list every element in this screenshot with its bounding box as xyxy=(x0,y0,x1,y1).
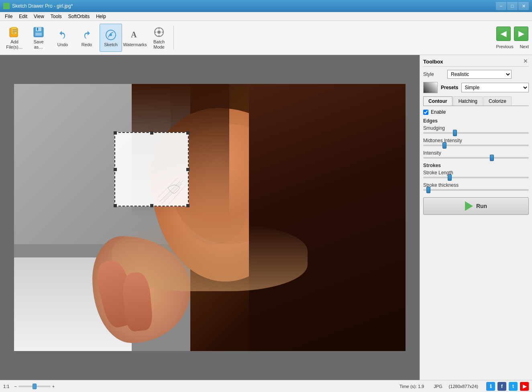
redo-button[interactable]: Redo xyxy=(75,24,98,52)
close-button[interactable]: ✕ xyxy=(518,2,529,10)
presets-select[interactable]: Simple Detailed Artistic Professional xyxy=(461,83,529,92)
redo-icon xyxy=(80,29,93,41)
style-row: Style Realistic Pencil Charcoal Ink xyxy=(423,70,529,79)
enable-label[interactable]: Enable xyxy=(431,109,446,115)
handle-mid-right[interactable] xyxy=(186,168,190,171)
next-label: Next xyxy=(520,44,529,49)
canvas-area[interactable] xyxy=(0,55,420,380)
menu-bar: File Edit View Tools SoftOrbits Help xyxy=(0,12,532,21)
presets-label: Presets xyxy=(441,85,458,90)
add-file-label: AddFile(s)… xyxy=(6,39,23,50)
enable-checkbox[interactable] xyxy=(423,110,428,115)
info-icon[interactable]: ℹ xyxy=(486,382,495,391)
tab-hatching[interactable]: Hatching xyxy=(453,96,483,106)
stroke-thickness-thumb[interactable] xyxy=(426,187,430,193)
enable-row: Enable xyxy=(423,109,529,115)
save-icon xyxy=(32,26,45,39)
smudging-label: Smudging xyxy=(423,125,529,131)
next-button[interactable]: ▶ xyxy=(514,27,528,41)
nav-area: ◀ ▶ Previous Next xyxy=(496,27,529,49)
intensity-track[interactable] xyxy=(423,157,529,159)
save-as-button[interactable]: Saveas… xyxy=(27,24,50,52)
youtube-icon[interactable]: ▶ xyxy=(520,382,529,391)
menu-item-edit[interactable]: Edit xyxy=(16,13,31,20)
minimize-button[interactable]: − xyxy=(496,2,506,10)
menu-item-file[interactable]: File xyxy=(2,13,16,20)
watermarks-icon: A xyxy=(128,29,141,41)
format-label: JPG xyxy=(434,384,442,389)
zoom-plus-icon[interactable]: + xyxy=(52,384,55,389)
menu-item-view[interactable]: View xyxy=(31,13,47,20)
smudging-slider-container: Smudging xyxy=(423,125,529,134)
handle-mid-left[interactable] xyxy=(114,168,117,171)
menu-item-help[interactable]: Help xyxy=(93,13,109,20)
menu-item-tools[interactable]: Tools xyxy=(47,13,65,20)
run-button[interactable]: Run xyxy=(423,197,529,215)
maximize-button[interactable]: □ xyxy=(507,2,518,10)
watermarks-button[interactable]: A Watermarks xyxy=(124,24,146,52)
batch-mode-label: BatchMode xyxy=(153,39,165,50)
watermarks-label: Watermarks xyxy=(123,42,147,47)
social-icons: ℹ f t ▶ xyxy=(486,382,529,391)
window-controls: − □ ✕ xyxy=(496,2,529,10)
menu-item-softorbits[interactable]: SoftOrbits xyxy=(65,13,93,20)
midtones-label: Midtones Intensity xyxy=(423,138,529,143)
smudging-thumb[interactable] xyxy=(453,130,457,136)
toolbar: AddFile(s)… Saveas… Undo Redo Sketch A W… xyxy=(0,21,532,55)
midtones-track[interactable] xyxy=(423,145,529,146)
svg-point-10 xyxy=(110,34,112,36)
twitter-icon[interactable]: t xyxy=(509,382,518,391)
sketch-label: Sketch xyxy=(104,42,118,47)
app-icon xyxy=(3,3,10,9)
stroke-length-thumb[interactable] xyxy=(448,174,452,181)
undo-button[interactable]: Undo xyxy=(51,24,74,52)
stroke-length-track[interactable] xyxy=(423,177,529,178)
stroke-thickness-track[interactable] xyxy=(423,189,529,191)
zoom-minus-icon[interactable]: − xyxy=(14,384,16,389)
style-label: Style xyxy=(423,71,447,77)
handle-bottom-right[interactable] xyxy=(186,204,190,207)
zoom-level: 1:1 xyxy=(3,384,9,389)
stroke-length-label: Stroke Length xyxy=(423,170,529,176)
presets-icon xyxy=(423,82,438,93)
toolbox: Toolbox ✕ Style Realistic Pencil Charcoa… xyxy=(420,55,532,380)
svg-rect-7 xyxy=(35,33,42,36)
handle-top-left[interactable] xyxy=(114,131,117,135)
batch-mode-button[interactable]: BatchMode xyxy=(148,24,170,52)
status-bar: 1:1 − + Time (s): 1.9 JPG (1280x877x24) … xyxy=(0,380,532,392)
facebook-icon[interactable]: f xyxy=(497,382,506,391)
tab-colorize[interactable]: Colorize xyxy=(483,96,512,106)
tab-contour[interactable]: Contour xyxy=(423,96,453,106)
dimensions-label: (1280x877x24) xyxy=(449,384,478,389)
previous-button[interactable]: ◀ xyxy=(496,27,511,41)
handle-top-mid[interactable] xyxy=(150,131,153,135)
redo-label: Redo xyxy=(82,42,92,47)
previous-label: Previous xyxy=(496,44,514,49)
intensity-thumb[interactable] xyxy=(490,155,494,161)
undo-label: Undo xyxy=(57,42,68,47)
handle-bottom-mid[interactable] xyxy=(150,204,153,207)
style-select[interactable]: Realistic Pencil Charcoal Ink xyxy=(447,70,512,79)
handle-bottom-left[interactable] xyxy=(114,204,117,207)
midtones-slider-container: Midtones Intensity xyxy=(423,138,529,146)
svg-point-13 xyxy=(157,31,161,34)
midtones-thumb[interactable] xyxy=(442,142,446,149)
smudging-track[interactable] xyxy=(423,132,529,134)
batch-mode-icon xyxy=(153,26,165,39)
stroke-thickness-label: Stroke thickness xyxy=(423,182,529,188)
image-container xyxy=(0,55,420,380)
sketch-button[interactable]: Sketch xyxy=(100,24,122,52)
title-text: Sketch Drawer Pro - girl.jpg* xyxy=(12,3,496,9)
selection-box[interactable] xyxy=(114,132,189,206)
sketch-icon xyxy=(104,29,117,41)
toolbox-close-button[interactable]: ✕ xyxy=(522,58,529,65)
run-label: Run xyxy=(476,203,487,209)
svg-line-20 xyxy=(164,180,184,200)
zoom-slider[interactable] xyxy=(18,386,51,387)
handle-top-right[interactable] xyxy=(186,131,190,135)
add-file-icon xyxy=(8,26,21,39)
sketch-preview xyxy=(156,174,188,206)
add-file-button[interactable]: AddFile(s)… xyxy=(3,24,26,52)
svg-rect-8 xyxy=(37,28,38,31)
zoom-thumb[interactable] xyxy=(33,384,37,389)
